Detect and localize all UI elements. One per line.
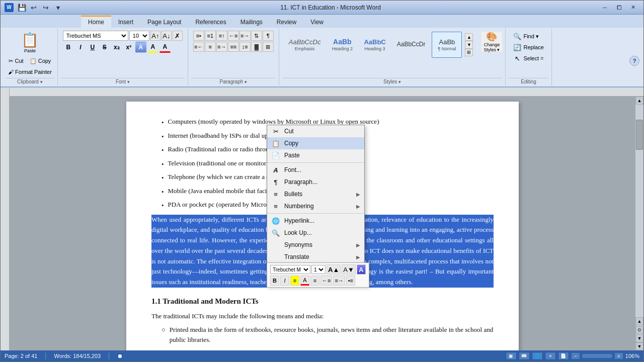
align-left-btn[interactable]: ≡←	[193, 42, 204, 52]
tab-review[interactable]: Review	[270, 16, 303, 28]
line-spacing-btn[interactable]: ↕≡	[239, 42, 251, 52]
align-right-btn[interactable]: ≡→	[216, 42, 227, 52]
tab-home[interactable]: Home	[81, 16, 111, 28]
restore-btn[interactable]: ⧠	[612, 3, 625, 12]
scrollbar-thumb[interactable]	[636, 120, 643, 150]
zoom-out-btn[interactable]: −	[571, 352, 580, 359]
numbering-btn[interactable]: ≡1	[205, 31, 216, 41]
mini-highlight-btn[interactable]: ≡	[290, 276, 299, 286]
copy-btn[interactable]: 📋 Copy	[27, 56, 54, 66]
word-icon: W	[5, 3, 14, 12]
scroll-down-btn[interactable]: ▼	[635, 342, 643, 350]
mini-font-color-btn[interactable]: A	[300, 276, 309, 286]
style-heading4[interactable]: AaBbCcDr	[392, 32, 430, 58]
mini-font-grow-btn[interactable]: A▲	[327, 264, 341, 275]
underline-btn[interactable]: U	[87, 42, 98, 53]
font-grow-btn[interactable]: A↑	[150, 31, 160, 41]
undo-btn[interactable]: ↩	[29, 3, 39, 13]
page-down-btn[interactable]: ▼	[635, 334, 643, 342]
borders-btn[interactable]: ⊞	[263, 42, 274, 52]
mini-outdent-btn[interactable]: ≡→	[333, 276, 345, 286]
clear-format-btn[interactable]: ✗	[173, 31, 183, 41]
cm-paragraph[interactable]: ¶ Paragraph...	[267, 176, 364, 188]
draft-btn[interactable]: 📄	[558, 352, 569, 360]
shading-btn[interactable]: ▓	[251, 42, 262, 52]
strikethrough-btn[interactable]: S	[99, 42, 110, 53]
decrease-indent-btn[interactable]: ←≡	[228, 31, 239, 41]
mini-size-select[interactable]: 10	[311, 265, 326, 274]
cm-bullets[interactable]: ≡ Bullets ▶	[267, 188, 364, 200]
paste-btn[interactable]: 📋 Paste	[19, 30, 41, 55]
cm-cut[interactable]: ✂ Cut	[267, 125, 364, 137]
font-group: Trebuchet MS 10 A↑ A↓ ✗ B I U	[58, 29, 188, 85]
redo-btn[interactable]: ↪	[41, 3, 51, 13]
cm-hyperlink[interactable]: 🌐 Hyperlink...	[267, 215, 364, 227]
cm-lookup[interactable]: 🔍 Look Up...	[267, 227, 364, 239]
print-layout-btn[interactable]: ▣	[506, 352, 517, 360]
replace-btn[interactable]: 🔄 Replace	[511, 42, 546, 53]
help-btn[interactable]: ?	[629, 56, 639, 66]
outline-btn[interactable]: ≡	[545, 352, 556, 360]
tab-mailings[interactable]: Mailings	[233, 16, 270, 28]
full-reading-btn[interactable]: 📖	[519, 352, 530, 360]
multilevel-btn[interactable]: ≡↑	[216, 31, 227, 41]
font-size-select[interactable]: 10	[129, 31, 149, 41]
cut-btn[interactable]: ✂ Cut	[6, 56, 26, 66]
style-heading3[interactable]: AaBbC Heading 3	[359, 32, 390, 58]
cm-copy[interactable]: 📋 Copy	[267, 137, 364, 149]
bullets-btn[interactable]: ≡•	[193, 31, 204, 41]
cm-font[interactable]: A Font...	[267, 164, 364, 176]
style-heading2[interactable]: AaBb Heading 2	[327, 32, 357, 58]
mini-bullets-btn2[interactable]: •≡	[346, 276, 355, 286]
tab-references[interactable]: References	[188, 16, 233, 28]
mini-italic-btn[interactable]: I	[280, 276, 289, 286]
justify-btn[interactable]: ≡≡	[228, 42, 239, 52]
font-name-select[interactable]: Trebuchet MS	[63, 31, 128, 41]
zoom-in-btn[interactable]: +	[614, 352, 623, 359]
select-btn[interactable]: ↖ Select =	[511, 53, 546, 64]
superscript-btn[interactable]: x²	[123, 42, 134, 53]
web-layout-btn[interactable]: 🌐	[532, 352, 543, 360]
sort-btn[interactable]: ⇅	[251, 31, 262, 41]
zoom-slider[interactable]	[582, 354, 612, 358]
styles-more[interactable]: ⊞	[465, 49, 473, 56]
cm-numbering[interactable]: ≡ Numbering ▶	[267, 200, 364, 212]
mini-bold-btn[interactable]: B	[270, 276, 279, 286]
highlight-btn[interactable]: A	[147, 42, 158, 53]
style-normal[interactable]: AaBb ¶ Normal	[432, 32, 462, 58]
tab-page-layout[interactable]: Page Layout	[140, 16, 188, 28]
scroll-select-btn[interactable]: ⊙	[635, 326, 643, 334]
bold-btn[interactable]: B	[63, 42, 74, 53]
mini-font-shrink-btn[interactable]: A▼	[342, 264, 356, 275]
font-shrink-btn[interactable]: A↓	[162, 31, 172, 41]
show-para-btn[interactable]: ¶	[263, 31, 274, 41]
minimize-btn[interactable]: ─	[598, 3, 611, 12]
italic-btn[interactable]: I	[75, 42, 86, 53]
styles-scroll-down[interactable]: ▼	[465, 41, 473, 48]
align-center-btn[interactable]: ≡	[205, 42, 216, 52]
styles-scroll-up[interactable]: ▲	[465, 33, 473, 41]
mini-center-btn[interactable]: ≡	[310, 276, 319, 286]
text-effect-btn[interactable]: A	[135, 42, 146, 53]
subscript-btn[interactable]: x₂	[111, 42, 122, 53]
tab-insert[interactable]: Insert	[111, 16, 140, 28]
format-painter-btn[interactable]: 🖌 Format Painter	[6, 67, 54, 77]
increase-indent-btn[interactable]: ≡→	[239, 31, 251, 41]
find-btn[interactable]: 🔍 Find ▾	[511, 31, 546, 42]
scroll-up-btn[interactable]: ▲	[635, 97, 643, 105]
scrollbar-track[interactable]	[635, 105, 643, 317]
change-styles-btn[interactable]: 🎨 ChangeStyles ▾	[481, 32, 502, 52]
cm-translate[interactable]: Translate ▶	[267, 251, 364, 263]
mini-font-select[interactable]: Trebuchet M	[270, 265, 310, 274]
style-emphasis[interactable]: AaBbCcDc Emphasis	[284, 32, 326, 58]
save-btn[interactable]: 💾	[17, 3, 27, 13]
mini-format-a-btn[interactable]: A	[357, 264, 366, 275]
cm-synonyms[interactable]: Synonyms ▶	[267, 239, 364, 251]
page-up-btn[interactable]: ▲	[635, 317, 643, 325]
tab-view[interactable]: View	[303, 16, 331, 28]
customize-btn[interactable]: ▾	[53, 3, 63, 13]
font-color-btn[interactable]: A	[159, 42, 171, 53]
mini-indent-btn[interactable]: ←≡	[320, 276, 332, 286]
cm-paste[interactable]: 📄 Paste	[267, 149, 364, 161]
close-btn[interactable]: ✕	[626, 3, 639, 12]
